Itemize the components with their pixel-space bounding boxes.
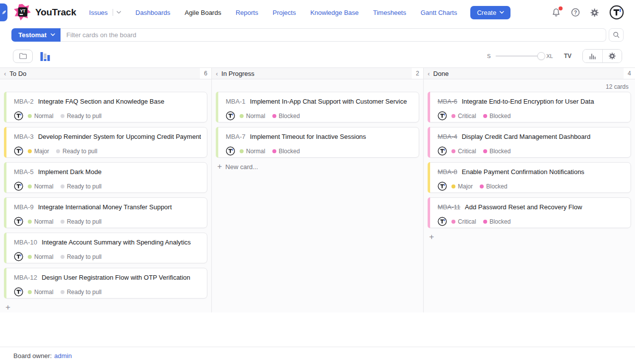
collapse-column-icon[interactable]: ‹ <box>428 70 430 77</box>
board-settings-button[interactable] <box>602 50 622 62</box>
stage-field[interactable]: Ready to pull <box>56 148 97 155</box>
add-card-button[interactable]: + <box>5 303 10 311</box>
priority-field[interactable]: Normal <box>28 113 54 120</box>
nav-item-projects[interactable]: Projects <box>272 9 296 16</box>
stage-field[interactable]: Blocked <box>483 218 511 225</box>
stage-field[interactable]: Ready to pull <box>61 253 102 260</box>
search-button[interactable] <box>609 28 624 42</box>
priority-field[interactable]: Normal <box>28 218 54 225</box>
priority-stripe <box>428 127 430 158</box>
card-MBA-10[interactable]: MBA-10Integrate Account Summary with Spe… <box>4 233 207 263</box>
stage-field[interactable]: Blocked <box>480 183 508 190</box>
create-button[interactable]: Create <box>470 6 510 19</box>
nav-item-issues[interactable]: Issues <box>89 9 122 16</box>
help-button[interactable]: ? <box>570 6 581 18</box>
priority-field[interactable]: Normal <box>240 113 265 120</box>
priority-label: Normal <box>246 113 265 120</box>
nav-item-dashboards[interactable]: Dashboards <box>135 9 170 16</box>
card-title: Design User Registration Flow with OTP V… <box>42 274 190 281</box>
assignee-avatar[interactable] <box>226 111 235 121</box>
priority-field[interactable]: Normal <box>28 289 54 296</box>
priority-field[interactable]: Critical <box>451 148 476 155</box>
card-MBA-4[interactable]: MBA-4Display Credit Card Management Dash… <box>428 127 631 158</box>
card-MBA-3[interactable]: MBA-3Develop Reminder System for Upcomin… <box>4 127 207 158</box>
project-name: Testomat <box>18 31 47 39</box>
settings-button[interactable] <box>589 7 600 18</box>
collapse-column-icon[interactable]: ‹ <box>4 70 6 77</box>
stage-field[interactable]: Ready to pull <box>61 218 102 225</box>
card-title: Implement Dark Mode <box>38 168 102 176</box>
assignee-avatar[interactable] <box>14 217 23 226</box>
card-MBA-9[interactable]: MBA-9Integrate International Money Trans… <box>4 197 207 228</box>
nav-item-reports[interactable]: Reports <box>236 9 258 16</box>
sidebar-toggle[interactable] <box>0 3 7 21</box>
card-size-slider[interactable] <box>496 52 541 60</box>
assignee-avatar[interactable] <box>14 182 23 191</box>
card-id: MBA-7 <box>226 133 246 140</box>
stage-field[interactable]: Ready to pull <box>61 289 102 296</box>
priority-label: Normal <box>34 218 54 225</box>
youtrack-logo[interactable]: YT YouTrack <box>14 4 76 21</box>
assignee-avatar[interactable] <box>14 287 23 297</box>
priority-field[interactable]: Normal <box>28 183 54 190</box>
priority-field[interactable]: Critical <box>451 113 476 120</box>
priority-field[interactable]: Major <box>28 148 49 155</box>
project-selector-button[interactable]: Testomat <box>11 28 61 42</box>
backlog-button[interactable] <box>13 50 33 63</box>
stage-field[interactable]: Blocked <box>483 148 511 155</box>
assignee-avatar[interactable] <box>14 146 23 156</box>
assignee-avatar[interactable] <box>438 111 447 121</box>
assignee-avatar[interactable] <box>14 252 23 261</box>
card-MBA-1[interactable]: MBA-1Implement In-App Chat Support with … <box>216 92 419 122</box>
card-MBA-6[interactable]: MBA-6Integrate End-to-End Encryption for… <box>428 92 631 122</box>
priority-dot <box>28 220 32 224</box>
stage-field[interactable]: Ready to pull <box>61 183 102 190</box>
priority-field[interactable]: Normal <box>240 148 265 155</box>
card-MBA-5[interactable]: MBA-5Implement Dark ModeNormalReady to p… <box>4 162 207 193</box>
chart-toggle-button[interactable] <box>39 51 51 61</box>
card-MBA-8[interactable]: MBA-8Enable Payment Confirmation Notific… <box>428 162 631 193</box>
nav-item-gantt-charts[interactable]: Gantt Charts <box>421 9 457 16</box>
feather-icon <box>1 9 7 16</box>
card-MBA-11[interactable]: MBA-11Add Password Reset and Recovery Fl… <box>428 197 631 228</box>
assignee-avatar[interactable] <box>226 146 235 156</box>
priority-field[interactable]: Major <box>451 183 473 190</box>
stage-field[interactable]: Blocked <box>483 113 511 120</box>
priority-field[interactable]: Normal <box>28 253 54 260</box>
nav-item-knowledge-base[interactable]: Knowledge Base <box>310 9 359 16</box>
filter-input[interactable] <box>61 28 606 42</box>
board-footer-spacer <box>0 312 635 347</box>
nav-item-agile-boards[interactable]: Agile Boards <box>185 9 221 16</box>
assignee-avatar[interactable] <box>438 217 447 226</box>
card-MBA-2[interactable]: MBA-2Integrate FAQ Section and Knowledge… <box>4 92 207 122</box>
notification-dot <box>559 6 563 10</box>
new-card-button[interactable]: +New card... <box>217 162 419 171</box>
assignee-avatar[interactable] <box>14 111 23 121</box>
assignee-avatar[interactable] <box>438 182 447 191</box>
chart-view-button[interactable] <box>583 50 602 62</box>
card-MBA-12[interactable]: MBA-12Design User Registration Flow with… <box>4 268 207 299</box>
nav-item-timesheets[interactable]: Timesheets <box>373 9 406 16</box>
assignee-avatar[interactable] <box>438 146 447 156</box>
priority-stripe <box>428 197 430 228</box>
card-id: MBA-6 <box>438 98 457 105</box>
card-MBA-7[interactable]: MBA-7Implement Timeout for Inactive Sess… <box>216 127 419 158</box>
priority-field[interactable]: Critical <box>451 218 476 225</box>
slider-handle[interactable] <box>537 52 545 60</box>
tv-mode-button[interactable]: TV <box>564 53 572 60</box>
notifications-button[interactable] <box>550 6 562 18</box>
column-title: Done <box>433 70 448 77</box>
card-title: Enable Payment Confirmation Notification… <box>462 168 584 176</box>
card-id: MBA-11 <box>438 203 460 211</box>
user-avatar[interactable] <box>609 5 624 20</box>
stage-field[interactable]: Blocked <box>272 113 300 120</box>
priority-stripe <box>428 162 430 193</box>
youtrack-logo-icon: YT <box>14 4 31 21</box>
board-owner-link[interactable]: admin <box>54 352 71 360</box>
add-card-button[interactable]: + <box>429 233 434 241</box>
stage-field[interactable]: Blocked <box>272 148 300 155</box>
stage-field[interactable]: Ready to pull <box>61 113 102 120</box>
card-meta-row: CriticalBlocked <box>438 146 625 156</box>
board-column-to-do: MBA-2Integrate FAQ Section and Knowledge… <box>0 79 211 312</box>
collapse-column-icon[interactable]: ‹ <box>216 70 218 77</box>
